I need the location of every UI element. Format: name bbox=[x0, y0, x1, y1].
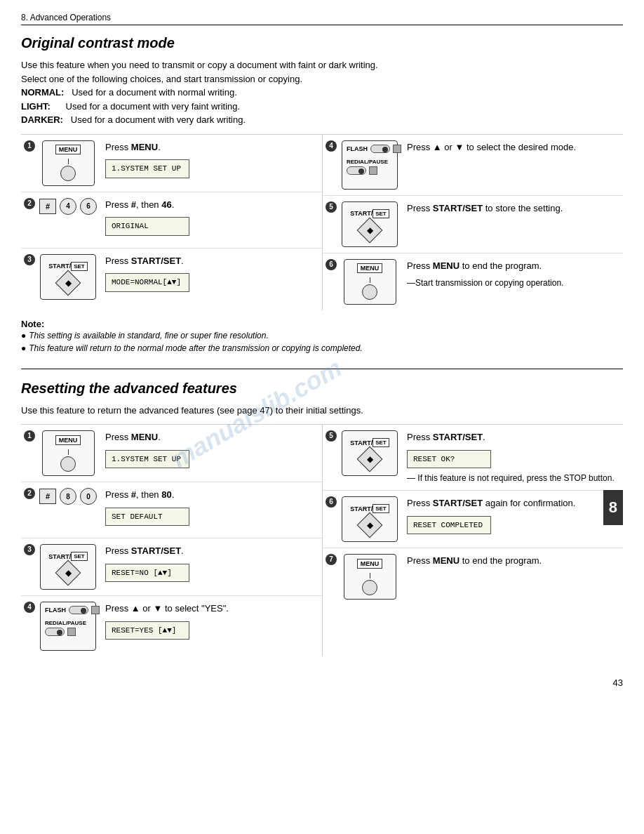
step-6-num: 6 bbox=[326, 259, 337, 270]
step-1-text: Press MENU. 1.SYSTEM SET UP bbox=[105, 140, 319, 178]
section1-title: Original contrast mode bbox=[21, 35, 623, 51]
section2-right-col: 5 START/SET ◆ Press START/SET. RESET OK? bbox=[322, 425, 623, 656]
section2-left-col: 1 MENU Press MENU. 1.SYSTEM SET UP 2 bbox=[21, 425, 322, 656]
step-1-device: MENU bbox=[36, 140, 100, 186]
section2-intro: Use this feature to return the advanced … bbox=[21, 404, 623, 418]
s2-lcd-1: 1.SYSTEM SET UP bbox=[105, 450, 189, 469]
section2-title: Resetting the advanced features bbox=[21, 380, 623, 397]
lcd-1: 1.SYSTEM SET UP bbox=[105, 159, 189, 178]
step-4-row: 4 FLASH REDIAL/PAUSE bbox=[323, 135, 623, 196]
s2-step-2-num: 2 bbox=[24, 488, 35, 499]
section-divider bbox=[21, 369, 623, 369]
s2-step-3-text: Press START/SET. RESET=NO [▲▼] bbox=[105, 544, 319, 582]
s2-step-5-text: Press START/SET. RESET OK? — If this fea… bbox=[407, 430, 620, 484]
s2-step-6-text: Press START/SET again for confirmation. … bbox=[407, 496, 620, 534]
section1-intro: Use this feature when you need to transm… bbox=[21, 58, 623, 127]
step-1-num: 1 bbox=[24, 140, 35, 152]
s2-step-3-row: 3 START/SET ◆ Press START/SET. RESET=NO … bbox=[21, 538, 322, 596]
s2-step-7-num: 7 bbox=[326, 554, 337, 565]
s2-step-5-num: 5 bbox=[326, 430, 337, 442]
step-2-text: Press #, then 46. ORIGINAL bbox=[105, 198, 319, 236]
note-title: Note: bbox=[21, 319, 623, 329]
s2-step-4-device: FLASH REDIAL/PAUSE bbox=[36, 602, 100, 651]
s2-lcd-6: RESET COMPLETED bbox=[407, 516, 491, 535]
s2-lcd-5: RESET OK? bbox=[407, 450, 491, 469]
s2-lcd-3: RESET=NO [▲▼] bbox=[105, 564, 189, 583]
s2-step-4-row: 4 FLASH REDIAL/PAUSE bbox=[21, 596, 322, 656]
lcd-3: MODE=NORMAL[▲▼] bbox=[105, 273, 189, 292]
page-header: 8. Advanced Operations bbox=[21, 13, 623, 25]
s2-step-2-device: # 8 0 bbox=[36, 488, 100, 505]
s2-step-4-num: 4 bbox=[24, 602, 35, 613]
step-5-num: 5 bbox=[326, 201, 337, 213]
step-6-device: MENU bbox=[338, 259, 401, 305]
s2-step-1-row: 1 MENU Press MENU. 1.SYSTEM SET UP bbox=[21, 425, 322, 482]
s2-step-4-text: Press ▲ or ▼ to select "YES". RESET=YES … bbox=[105, 602, 319, 640]
step-6-row: 6 MENU Press MENU to end the program. —S… bbox=[323, 253, 623, 310]
s2-step-1-num: 1 bbox=[24, 430, 35, 442]
step-3-device: START/SET ◆ bbox=[36, 254, 100, 300]
s2-step-3-device: START/SET ◆ bbox=[36, 544, 100, 590]
note-section: Note: This setting is available in stand… bbox=[21, 319, 623, 355]
s2-step-2-row: 2 # 8 0 Press #, then 80. SET DEFAULT bbox=[21, 482, 322, 538]
step-5-text: Press START/SET to store the setting. bbox=[407, 201, 620, 219]
section1-steps-grid: 1 MENU Press MENU. 1.SYSTEM SET UP 2 bbox=[21, 134, 623, 310]
s2-step-7-device: MENU bbox=[338, 554, 401, 600]
s2-lcd-2: SET DEFAULT bbox=[105, 508, 189, 527]
s2-step-2-text: Press #, then 80. SET DEFAULT bbox=[105, 488, 319, 526]
s2-step-1-text: Press MENU. 1.SYSTEM SET UP bbox=[105, 430, 319, 468]
s2-step-6-device: START/SET ◆ bbox=[338, 496, 401, 542]
chapter-tab: 8 bbox=[603, 490, 623, 525]
s2-step-6-row: 6 START/SET ◆ Press START/SET again for … bbox=[323, 491, 623, 548]
step-2-row: 2 # 4 6 Press #, then 46. ORIGINAL bbox=[21, 192, 322, 249]
s2-lcd-4: RESET=YES [▲▼] bbox=[105, 621, 189, 640]
section1-left-col: 1 MENU Press MENU. 1.SYSTEM SET UP 2 bbox=[21, 135, 322, 310]
step-4-num: 4 bbox=[326, 140, 337, 152]
step-2-device: # 4 6 bbox=[36, 198, 100, 215]
s2-step-7-row: 7 MENU Press MENU to end the program. bbox=[323, 548, 623, 605]
step-4-device: FLASH REDIAL/PAUSE bbox=[338, 140, 401, 190]
step-3-text: Press START/SET. MODE=NORMAL[▲▼] bbox=[105, 254, 319, 292]
step-1-row: 1 MENU Press MENU. 1.SYSTEM SET UP bbox=[21, 135, 322, 192]
s2-step-3-num: 3 bbox=[24, 544, 35, 555]
section2-steps-grid: 1 MENU Press MENU. 1.SYSTEM SET UP 2 bbox=[21, 424, 623, 656]
s2-step-6-num: 6 bbox=[326, 496, 337, 508]
step-2-num: 2 bbox=[24, 198, 35, 209]
s2-step-5-row: 5 START/SET ◆ Press START/SET. RESET OK? bbox=[323, 425, 623, 491]
s2-step-7-text: Press MENU to end the program. bbox=[407, 554, 620, 571]
note-item-2: This feature will return to the normal m… bbox=[21, 342, 623, 355]
step-5-row: 5 START/SET ◆ Press START/SET to store t… bbox=[323, 196, 623, 253]
step-3-row: 3 START/SET ◆ Press START/SET. MODE=NORM… bbox=[21, 249, 322, 305]
section1-right-col: 4 FLASH REDIAL/PAUSE bbox=[322, 135, 623, 310]
step-6-text: Press MENU to end the program. —Start tr… bbox=[407, 259, 620, 290]
s2-step-1-device: MENU bbox=[36, 430, 100, 476]
page-number: 43 bbox=[21, 677, 623, 688]
step-3-num: 3 bbox=[24, 254, 35, 265]
lcd-2: ORIGINAL bbox=[105, 217, 189, 236]
step-4-text: Press ▲ or ▼ to select the desired mode. bbox=[407, 140, 620, 158]
header-text: 8. Advanced Operations bbox=[21, 13, 111, 22]
s2-step-5-device: START/SET ◆ bbox=[338, 430, 401, 476]
note-item-1: This setting is available in standard, f… bbox=[21, 329, 623, 342]
step-5-device: START/SET ◆ bbox=[338, 201, 401, 247]
